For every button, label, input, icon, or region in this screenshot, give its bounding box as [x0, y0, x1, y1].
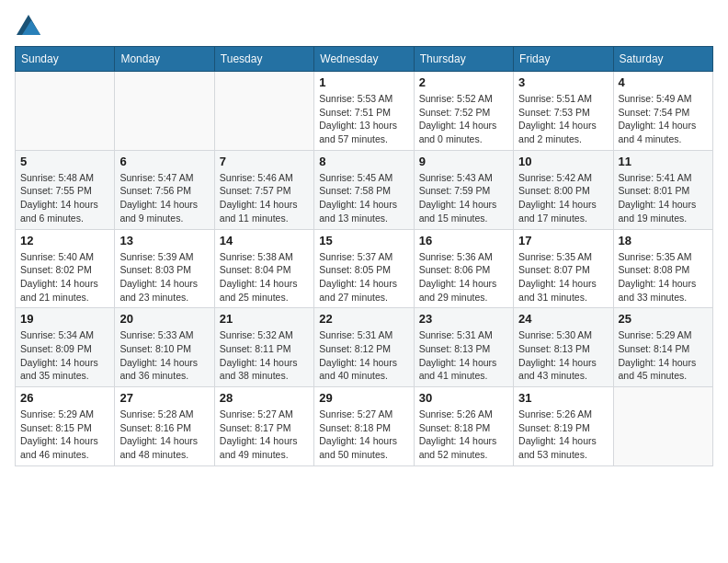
calendar-cell: 20Sunrise: 5:33 AMSunset: 8:10 PMDayligh… — [115, 308, 214, 387]
day-info: Sunrise: 5:45 AMSunset: 7:58 PMDaylight:… — [319, 171, 408, 225]
day-number: 17 — [518, 234, 608, 247]
day-info: Sunrise: 5:53 AMSunset: 7:51 PMDaylight:… — [319, 92, 408, 146]
day-number: 14 — [220, 234, 309, 247]
day-info: Sunrise: 5:27 AMSunset: 8:17 PMDaylight:… — [220, 408, 309, 462]
day-number: 16 — [419, 234, 508, 247]
calendar-cell: 16Sunrise: 5:36 AMSunset: 8:06 PMDayligh… — [414, 229, 513, 308]
calendar-cell: 15Sunrise: 5:37 AMSunset: 8:05 PMDayligh… — [314, 229, 414, 308]
day-info: Sunrise: 5:29 AMSunset: 8:14 PMDaylight:… — [619, 328, 708, 383]
calendar-cell — [613, 387, 712, 466]
day-info: Sunrise: 5:36 AMSunset: 8:06 PMDaylight:… — [419, 250, 508, 304]
calendar-cell: 1Sunrise: 5:53 AMSunset: 7:51 PMDaylight… — [314, 72, 414, 151]
calendar-cell — [16, 72, 115, 151]
day-number: 11 — [619, 155, 708, 168]
day-info: Sunrise: 5:34 AMSunset: 8:09 PMDaylight:… — [20, 328, 109, 383]
calendar-header-row: SundayMondayTuesdayWednesdayThursdayFrid… — [16, 47, 713, 72]
calendar-cell: 17Sunrise: 5:35 AMSunset: 8:07 PMDayligh… — [514, 229, 613, 308]
day-number: 9 — [419, 155, 508, 168]
calendar-cell: 21Sunrise: 5:32 AMSunset: 8:11 PMDayligh… — [214, 308, 313, 387]
calendar-cell: 5Sunrise: 5:48 AMSunset: 7:55 PMDaylight… — [16, 150, 115, 229]
day-number: 20 — [119, 312, 209, 326]
day-number: 28 — [220, 391, 309, 405]
day-number: 12 — [20, 234, 109, 247]
calendar-cell: 11Sunrise: 5:41 AMSunset: 8:01 PMDayligh… — [613, 150, 712, 229]
day-number: 23 — [419, 312, 508, 326]
calendar-cell: 26Sunrise: 5:29 AMSunset: 8:15 PMDayligh… — [16, 387, 115, 466]
day-info: Sunrise: 5:32 AMSunset: 8:11 PMDaylight:… — [220, 328, 309, 383]
day-number: 19 — [20, 312, 109, 326]
day-number: 3 — [518, 75, 608, 89]
calendar-cell: 22Sunrise: 5:31 AMSunset: 8:12 PMDayligh… — [314, 308, 414, 387]
day-number: 29 — [319, 391, 408, 405]
page-header — [15, 15, 713, 35]
day-info: Sunrise: 5:37 AMSunset: 8:05 PMDaylight:… — [319, 250, 408, 304]
day-info: Sunrise: 5:31 AMSunset: 8:13 PMDaylight:… — [419, 328, 508, 383]
day-info: Sunrise: 5:48 AMSunset: 7:55 PMDaylight:… — [20, 171, 109, 225]
day-info: Sunrise: 5:51 AMSunset: 7:53 PMDaylight:… — [518, 92, 608, 146]
logo-icon — [17, 15, 40, 35]
day-number: 13 — [119, 234, 209, 247]
calendar-cell: 7Sunrise: 5:46 AMSunset: 7:57 PMDaylight… — [214, 150, 313, 229]
day-info: Sunrise: 5:35 AMSunset: 8:08 PMDaylight:… — [619, 250, 708, 304]
calendar-cell — [115, 72, 214, 151]
day-number: 26 — [20, 391, 109, 405]
day-info: Sunrise: 5:41 AMSunset: 8:01 PMDaylight:… — [619, 171, 708, 225]
day-info: Sunrise: 5:28 AMSunset: 8:16 PMDaylight:… — [119, 408, 209, 462]
calendar-week-row: 26Sunrise: 5:29 AMSunset: 8:15 PMDayligh… — [16, 387, 713, 466]
day-info: Sunrise: 5:33 AMSunset: 8:10 PMDaylight:… — [119, 328, 209, 383]
day-info: Sunrise: 5:29 AMSunset: 8:15 PMDaylight:… — [20, 408, 109, 462]
calendar-cell: 12Sunrise: 5:40 AMSunset: 8:02 PMDayligh… — [16, 229, 115, 308]
day-number: 27 — [119, 391, 209, 405]
day-info: Sunrise: 5:40 AMSunset: 8:02 PMDaylight:… — [20, 250, 109, 304]
calendar-cell: 2Sunrise: 5:52 AMSunset: 7:52 PMDaylight… — [414, 72, 513, 151]
day-number: 21 — [220, 312, 309, 326]
calendar-week-row: 1Sunrise: 5:53 AMSunset: 7:51 PMDaylight… — [16, 72, 713, 151]
weekday-header: Tuesday — [214, 47, 313, 72]
day-info: Sunrise: 5:42 AMSunset: 8:00 PMDaylight:… — [518, 171, 608, 225]
calendar-week-row: 19Sunrise: 5:34 AMSunset: 8:09 PMDayligh… — [16, 308, 713, 387]
day-number: 6 — [119, 155, 209, 168]
weekday-header: Friday — [514, 47, 613, 72]
calendar-cell: 24Sunrise: 5:30 AMSunset: 8:13 PMDayligh… — [514, 308, 613, 387]
day-number: 22 — [319, 312, 408, 326]
day-number: 31 — [518, 391, 608, 405]
day-info: Sunrise: 5:27 AMSunset: 8:18 PMDaylight:… — [319, 408, 408, 462]
day-info: Sunrise: 5:46 AMSunset: 7:57 PMDaylight:… — [220, 171, 309, 225]
day-number: 10 — [518, 155, 608, 168]
calendar-cell: 18Sunrise: 5:35 AMSunset: 8:08 PMDayligh… — [613, 229, 712, 308]
calendar-cell: 19Sunrise: 5:34 AMSunset: 8:09 PMDayligh… — [16, 308, 115, 387]
day-number: 30 — [419, 391, 508, 405]
day-info: Sunrise: 5:35 AMSunset: 8:07 PMDaylight:… — [518, 250, 608, 304]
day-number: 2 — [419, 75, 508, 89]
logo — [15, 15, 40, 35]
calendar-cell: 3Sunrise: 5:51 AMSunset: 7:53 PMDaylight… — [514, 72, 613, 151]
day-number: 1 — [319, 75, 408, 89]
calendar-cell: 25Sunrise: 5:29 AMSunset: 8:14 PMDayligh… — [613, 308, 712, 387]
calendar-week-row: 12Sunrise: 5:40 AMSunset: 8:02 PMDayligh… — [16, 229, 713, 308]
calendar-cell: 14Sunrise: 5:38 AMSunset: 8:04 PMDayligh… — [214, 229, 313, 308]
calendar-cell: 27Sunrise: 5:28 AMSunset: 8:16 PMDayligh… — [115, 387, 214, 466]
day-number: 24 — [518, 312, 608, 326]
day-info: Sunrise: 5:30 AMSunset: 8:13 PMDaylight:… — [518, 328, 608, 383]
weekday-header: Monday — [115, 47, 214, 72]
day-info: Sunrise: 5:39 AMSunset: 8:03 PMDaylight:… — [119, 250, 209, 304]
day-number: 7 — [220, 155, 309, 168]
day-number: 4 — [619, 75, 708, 89]
calendar-cell: 10Sunrise: 5:42 AMSunset: 8:00 PMDayligh… — [514, 150, 613, 229]
weekday-header: Sunday — [16, 47, 115, 72]
weekday-header: Wednesday — [314, 47, 414, 72]
day-number: 8 — [319, 155, 408, 168]
day-info: Sunrise: 5:43 AMSunset: 7:59 PMDaylight:… — [419, 171, 508, 225]
day-info: Sunrise: 5:26 AMSunset: 8:19 PMDaylight:… — [518, 408, 608, 462]
day-info: Sunrise: 5:31 AMSunset: 8:12 PMDaylight:… — [319, 328, 408, 383]
day-number: 5 — [20, 155, 109, 168]
calendar-week-row: 5Sunrise: 5:48 AMSunset: 7:55 PMDaylight… — [16, 150, 713, 229]
calendar-cell: 30Sunrise: 5:26 AMSunset: 8:18 PMDayligh… — [414, 387, 513, 466]
calendar-cell: 13Sunrise: 5:39 AMSunset: 8:03 PMDayligh… — [115, 229, 214, 308]
calendar-cell: 6Sunrise: 5:47 AMSunset: 7:56 PMDaylight… — [115, 150, 214, 229]
calendar-cell: 28Sunrise: 5:27 AMSunset: 8:17 PMDayligh… — [214, 387, 313, 466]
calendar-cell — [214, 72, 313, 151]
day-number: 15 — [319, 234, 408, 247]
day-info: Sunrise: 5:38 AMSunset: 8:04 PMDaylight:… — [220, 250, 309, 304]
day-info: Sunrise: 5:26 AMSunset: 8:18 PMDaylight:… — [419, 408, 508, 462]
